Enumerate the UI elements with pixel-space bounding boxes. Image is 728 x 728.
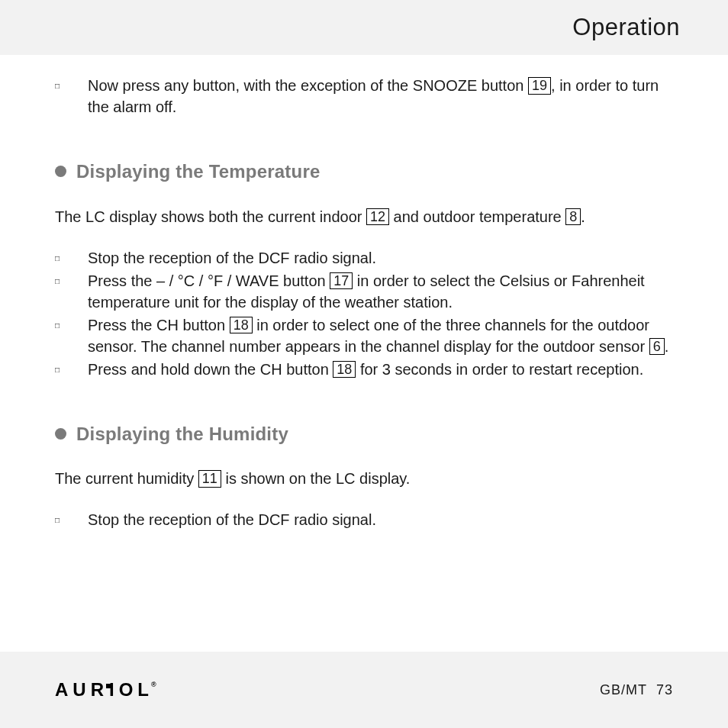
ref-number: 6 <box>649 338 665 356</box>
text-fragment: . <box>665 338 669 355</box>
paragraph: The current humidity 11 is shown on the … <box>55 468 673 489</box>
page-meta: GB/MT73 <box>600 682 673 698</box>
list-item: □ Press the – / °C / °F / WAVE button 17… <box>55 270 673 313</box>
list-marker-icon: □ <box>55 270 88 313</box>
text-fragment: Press and hold down the CH button <box>88 361 333 378</box>
ref-number: 12 <box>366 208 389 226</box>
text-fragment: for 3 seconds in order to restart recept… <box>356 361 643 378</box>
list-item-text: Press the CH button 18 in order to selec… <box>88 314 673 357</box>
heading-text: Displaying the Humidity <box>76 421 288 447</box>
ref-number: 11 <box>198 470 221 488</box>
section-heading-humidity: Displaying the Humidity <box>55 421 673 447</box>
ref-number: 8 <box>565 208 581 226</box>
list-marker-icon: □ <box>55 75 88 118</box>
ref-number: 17 <box>330 272 353 290</box>
list-item-text: Stop the reception of the DCF radio sign… <box>88 509 673 530</box>
list-item-text: Now press any button, with the exception… <box>88 75 673 118</box>
intro-list: □ Now press any button, with the excepti… <box>55 75 673 118</box>
list-marker-icon: □ <box>55 509 88 530</box>
list-marker-icon: □ <box>55 314 88 357</box>
region-code: GB/MT <box>600 682 647 697</box>
list-marker-icon: □ <box>55 359 88 380</box>
text-fragment: The LC display shows both the current in… <box>55 208 366 225</box>
ref-number: 18 <box>333 361 356 378</box>
ref-number: 18 <box>230 317 253 334</box>
heading-text: Displaying the Temperature <box>76 159 321 185</box>
list-item-text: Press the – / °C / °F / WAVE button 17 i… <box>88 270 673 313</box>
page-footer: AURIOL® GB/MT73 <box>0 652 728 728</box>
text-fragment: The current humidity <box>55 470 198 487</box>
list-item: □ Stop the reception of the DCF radio si… <box>55 247 673 269</box>
brand-logo: AURIOL® <box>55 679 159 701</box>
page-number: 73 <box>656 682 673 697</box>
page-header-title: Operation <box>572 14 680 41</box>
paragraph: The LC display shows both the current in… <box>55 206 673 227</box>
text-fragment: Press the CH button <box>88 317 230 333</box>
list-item-text: Press and hold down the CH button 18 for… <box>88 359 673 380</box>
text-fragment: Press the – / °C / °F / WAVE button <box>88 272 330 289</box>
bullet-icon <box>55 428 66 440</box>
list-item: □ Now press any button, with the excepti… <box>55 75 673 118</box>
text-fragment: and outdoor temperature <box>389 208 565 225</box>
text-fragment: Now press any button, with the exception… <box>88 77 528 94</box>
page-content: □ Now press any button, with the excepti… <box>0 55 728 530</box>
list-item: □ Stop the reception of the DCF radio si… <box>55 509 673 530</box>
list-item: □ Press the CH button 18 in order to sel… <box>55 314 673 357</box>
list-item-text: Stop the reception of the DCF radio sign… <box>88 247 673 269</box>
section-heading-temperature: Displaying the Temperature <box>55 159 673 185</box>
text-fragment: . <box>581 208 585 225</box>
bullet-icon <box>55 166 66 177</box>
list-item: □ Press and hold down the CH button 18 f… <box>55 359 673 380</box>
humidity-list: □ Stop the reception of the DCF radio si… <box>55 509 673 530</box>
ref-number: 19 <box>528 77 551 95</box>
page-header: Operation <box>0 0 728 55</box>
text-fragment: is shown on the LC display. <box>221 470 411 487</box>
list-marker-icon: □ <box>55 247 88 269</box>
temperature-list: □ Stop the reception of the DCF radio si… <box>55 247 673 380</box>
